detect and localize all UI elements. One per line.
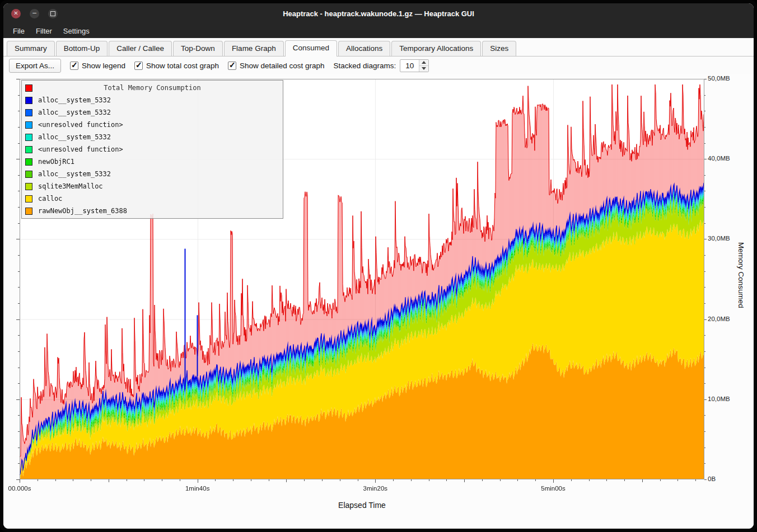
app-window: Heaptrack - heaptrack.wakunode.1.gz — He… xyxy=(3,3,754,529)
menu-file[interactable]: File xyxy=(8,25,30,37)
chevron-down-icon xyxy=(422,67,426,70)
window-frame: Heaptrack - heaptrack.wakunode.1.gz — He… xyxy=(0,0,757,532)
tab-caller-callee[interactable]: Caller / Callee xyxy=(109,41,172,56)
legend-swatch-icon xyxy=(25,134,32,141)
minimize-button[interactable] xyxy=(30,9,39,18)
stacked-diagrams-label: Stacked diagrams: xyxy=(334,62,396,70)
y-axis-title: Memory Consumed xyxy=(737,242,745,308)
legend-row: Total Memory Consumption xyxy=(22,82,283,94)
x-axis-title: Elapsed Time xyxy=(3,501,721,510)
x-tick-label: 00.000s xyxy=(3,485,45,492)
legend-row: rawNewObj__system_6388 xyxy=(22,205,283,217)
legend-label: alloc__system_5332 xyxy=(38,109,111,116)
y-tick-label: 50,0MB xyxy=(708,75,730,82)
y-tick-label: 20,0MB xyxy=(708,316,730,322)
legend-swatch-icon xyxy=(25,195,32,203)
stacked-diagrams-value[interactable]: 10 xyxy=(400,60,419,72)
x-tick-label: 1min40s xyxy=(172,485,223,492)
y-tick-label: 10,0MB xyxy=(708,396,730,402)
menu-settings[interactable]: Settings xyxy=(58,25,95,37)
legend-label: newObjRC1 xyxy=(38,158,74,166)
legend-label: alloc__system_5332 xyxy=(38,96,111,104)
tab-top-down[interactable]: Top-Down xyxy=(173,41,223,56)
titlebar: Heaptrack - heaptrack.wakunode.1.gz — He… xyxy=(3,3,754,23)
x-tick-label: 5min00s xyxy=(528,485,578,492)
window-title: Heaptrack - heaptrack.wakunode.1.gz — He… xyxy=(3,10,754,18)
maximize-icon xyxy=(50,11,55,16)
tab-flame-graph[interactable]: Flame Graph xyxy=(224,41,284,56)
tab-bottom-up[interactable]: Bottom-Up xyxy=(56,41,108,56)
checkbox-label: Show total cost graph xyxy=(146,62,219,70)
checkbox-box-icon xyxy=(228,62,236,70)
legend-row: <unresolved function> xyxy=(22,143,283,156)
toolbar: Export As... Show legendShow total cost … xyxy=(3,57,754,74)
legend-row: <unresolved function> xyxy=(22,119,283,131)
legend-label: alloc__system_5332 xyxy=(38,170,111,178)
checkbox-label: Show legend xyxy=(82,62,125,70)
legend-row: alloc__system_5332 xyxy=(22,106,283,119)
checkbox-group: Show legendShow total cost graphShow det… xyxy=(70,62,325,70)
window-controls xyxy=(11,9,58,18)
y-tick-label: 40,0MB xyxy=(708,155,730,162)
menubar: File Filter Settings xyxy=(3,23,754,38)
checkbox-show-detailed-cost-graph[interactable]: Show detailed cost graph xyxy=(228,62,325,70)
stacked-diagrams-group: Stacked diagrams: 10 xyxy=(334,59,429,72)
x-tick-label: 3min20s xyxy=(350,485,400,492)
y-tick-label: 30,0MB xyxy=(708,235,730,242)
menu-filter[interactable]: Filter xyxy=(31,25,57,37)
export-as-button[interactable]: Export As... xyxy=(9,59,61,73)
tab-allocations[interactable]: Allocations xyxy=(338,41,390,56)
legend-label: <unresolved function> xyxy=(38,145,123,153)
chart-area: Total Memory Consumptionalloc__system_53… xyxy=(3,74,754,529)
tab-consumed[interactable]: Consumed xyxy=(285,40,337,57)
legend-row: newObjRC1 xyxy=(22,156,283,168)
legend-swatch-icon xyxy=(25,121,32,129)
legend-label: alloc__system_5332 xyxy=(38,133,111,141)
checkbox-box-icon xyxy=(70,62,78,70)
legend-label: rawNewObj__system_6388 xyxy=(38,207,127,215)
stacked-diagrams-spinner: 10 xyxy=(400,59,429,72)
legend-row: alloc__system_5332 xyxy=(22,168,283,180)
legend-row: sqlite3MemMalloc xyxy=(22,180,283,192)
close-button[interactable] xyxy=(11,9,21,18)
legend-label: <unresolved function> xyxy=(38,121,123,129)
legend-swatch-icon xyxy=(25,183,32,190)
legend-row: calloc xyxy=(22,192,283,205)
legend-label: Total Memory Consumption xyxy=(22,84,283,92)
legend-label: sqlite3MemMalloc xyxy=(38,182,103,190)
tab-temporary-allocations[interactable]: Temporary Allocations xyxy=(391,41,481,56)
legend-row: alloc__system_5332 xyxy=(22,131,283,143)
checkbox-box-icon xyxy=(134,62,143,70)
chevron-up-icon xyxy=(422,61,426,64)
legend-swatch-icon xyxy=(25,158,32,166)
tab-sizes[interactable]: Sizes xyxy=(482,41,516,56)
chart-legend: Total Memory Consumptionalloc__system_53… xyxy=(21,80,283,219)
legend-swatch-icon xyxy=(25,109,32,116)
legend-swatch-icon xyxy=(25,171,32,178)
checkbox-show-total-cost-graph[interactable]: Show total cost graph xyxy=(134,62,219,70)
y-tick-label: 0B xyxy=(708,475,716,482)
tab-summary[interactable]: Summary xyxy=(7,41,55,56)
legend-swatch-icon xyxy=(25,97,32,104)
legend-swatch-icon xyxy=(25,146,32,153)
legend-label: calloc xyxy=(38,195,62,203)
legend-swatch-icon xyxy=(25,208,32,215)
tab-bar: SummaryBottom-UpCaller / CalleeTop-DownF… xyxy=(3,38,754,57)
maximize-button[interactable] xyxy=(48,9,58,18)
checkbox-show-legend[interactable]: Show legend xyxy=(70,62,125,70)
legend-row: alloc__system_5332 xyxy=(22,94,283,106)
checkbox-label: Show detailed cost graph xyxy=(240,62,325,70)
spinner-down-button[interactable] xyxy=(419,66,428,72)
spinner-up-button[interactable] xyxy=(419,60,428,66)
